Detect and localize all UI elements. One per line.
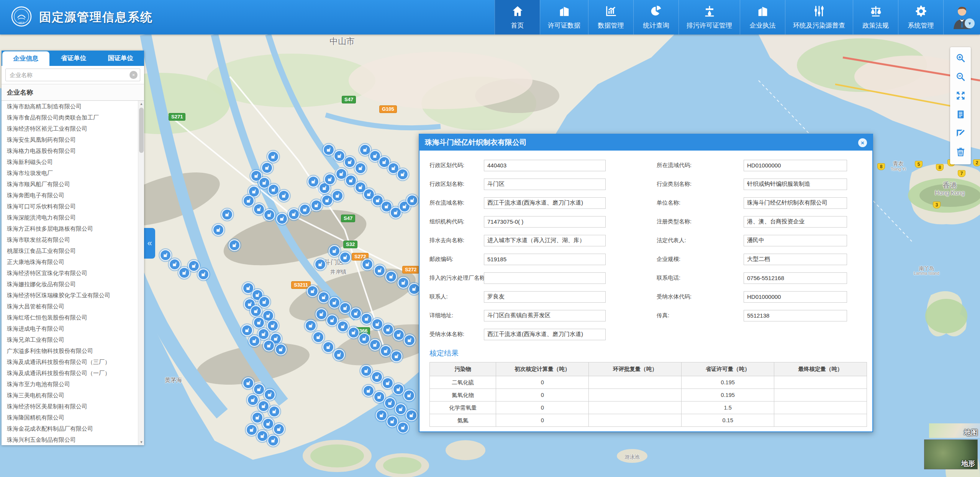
field-input[interactable]: [744, 216, 847, 228]
field-input[interactable]: [484, 272, 606, 284]
enterprise-marker-icon[interactable]: [198, 269, 209, 280]
nav-item-5[interactable]: 排污许可证管理: [678, 0, 740, 34]
enterprise-marker-icon[interactable]: [339, 302, 351, 314]
company-list-item[interactable]: 珠海安生凤凰制药有限公司: [2, 134, 144, 145]
company-list-item[interactable]: 珠海姗拉娜化妆品有限公司: [2, 279, 144, 290]
nav-item-4[interactable]: 统计查询: [633, 0, 678, 34]
enterprise-marker-icon[interactable]: [372, 318, 383, 330]
nav-item-6[interactable]: 企业执法: [740, 0, 785, 34]
enterprise-marker-icon[interactable]: [253, 203, 265, 215]
field-input[interactable]: [744, 179, 847, 190]
enterprise-marker-icon[interactable]: [213, 224, 224, 236]
enterprise-marker-icon[interactable]: [258, 400, 269, 412]
enterprise-marker-icon[interactable]: [188, 260, 200, 272]
company-list-item[interactable]: 珠海经济特区裕元工业有限公司: [2, 123, 144, 134]
field-input[interactable]: [744, 160, 847, 171]
enterprise-marker-icon[interactable]: [376, 410, 387, 421]
enterprise-marker-icon[interactable]: [268, 184, 279, 195]
field-input[interactable]: [484, 197, 606, 209]
field-input[interactable]: [484, 291, 606, 303]
nav-item-9[interactable]: 系统管理: [898, 0, 943, 34]
enterprise-marker-icon[interactable]: [323, 144, 334, 156]
enterprise-marker-icon[interactable]: [313, 331, 324, 343]
tab-1[interactable]: 企业信息: [2, 51, 49, 66]
enterprise-marker-icon[interactable]: [250, 305, 262, 317]
tab-2[interactable]: 省证单位: [50, 51, 97, 66]
company-list-item[interactable]: 珠海进成电子有限公司: [2, 323, 144, 334]
enterprise-marker-icon[interactable]: [323, 341, 334, 353]
enterprise-marker-icon[interactable]: [359, 333, 370, 344]
enterprise-marker-icon[interactable]: [329, 297, 340, 308]
company-list-item[interactable]: 珠海市联发丝花有限公司: [2, 234, 144, 245]
enterprise-marker-icon[interactable]: [355, 162, 366, 174]
enterprise-marker-icon[interactable]: [179, 267, 190, 279]
field-input[interactable]: [484, 329, 606, 340]
enterprise-marker-icon[interactable]: [350, 308, 362, 319]
company-list-item[interactable]: 珠海隆国精机有限公司: [2, 412, 144, 423]
field-input[interactable]: [744, 254, 847, 265]
enterprise-marker-icon[interactable]: [267, 151, 279, 162]
company-list-item[interactable]: 珠海大昌管桩有限公司: [2, 301, 144, 312]
company-list-item[interactable]: 珠海市至力电池有限公司: [2, 379, 144, 390]
expand-button[interactable]: [950, 87, 971, 106]
enterprise-marker-icon[interactable]: [395, 403, 406, 415]
enterprise-marker-icon[interactable]: [252, 412, 263, 423]
company-list-item[interactable]: 珠海三美电机有限公司: [2, 390, 144, 401]
enterprise-marker-icon[interactable]: [253, 317, 265, 328]
company-list-item[interactable]: 珠海经济特区美星制鞋有限公司: [2, 401, 144, 412]
company-list-item[interactable]: 珠海金花成衣配料制品厂有限公司: [2, 423, 144, 434]
enterprise-marker-icon[interactable]: [361, 313, 372, 325]
company-list-item[interactable]: 珠海经济特区宜珠化学有限公司: [2, 267, 144, 279]
scroll-up-icon[interactable]: ▲: [138, 101, 144, 107]
company-list-item[interactable]: 珠海及成通讯科技股份有限公司（一厂）: [2, 367, 144, 379]
enterprise-marker-icon[interactable]: [311, 200, 322, 211]
enterprise-marker-icon[interactable]: [257, 430, 268, 442]
enterprise-marker-icon[interactable]: [398, 277, 409, 288]
enterprise-marker-icon[interactable]: [380, 345, 392, 357]
nav-item-1[interactable]: 首页: [495, 0, 540, 34]
enterprise-marker-icon[interactable]: [247, 394, 259, 406]
company-list-item[interactable]: 珠海红塔仁恒包装股份有限公司: [2, 312, 144, 323]
enterprise-marker-icon[interactable]: [275, 344, 287, 355]
tab-3[interactable]: 国证单位: [97, 51, 144, 66]
nav-item-3[interactable]: 数据管理: [588, 0, 633, 34]
enterprise-marker-icon[interactable]: [404, 334, 415, 346]
list-scrollbar[interactable]: ▲ ▼: [138, 101, 144, 445]
company-list-item[interactable]: 正大康地珠海有限公司: [2, 256, 144, 267]
enterprise-marker-icon[interactable]: [262, 418, 274, 429]
enterprise-marker-icon[interactable]: [374, 265, 385, 276]
enterprise-marker-icon[interactable]: [371, 371, 383, 383]
enterprise-marker-icon[interactable]: [278, 190, 290, 202]
enterprise-marker-icon[interactable]: [246, 424, 257, 436]
field-input[interactable]: [744, 235, 847, 246]
enterprise-marker-icon[interactable]: [221, 209, 233, 220]
enterprise-marker-icon[interactable]: [315, 259, 326, 270]
company-list-item[interactable]: 珠海市食品有限公司肉类联合加工厂: [2, 112, 144, 123]
enterprise-marker-icon[interactable]: [337, 321, 349, 332]
trash-button[interactable]: [950, 143, 971, 162]
scroll-down-icon[interactable]: ▼: [138, 439, 144, 445]
user-avatar[interactable]: ▼: [943, 0, 980, 34]
enterprise-marker-icon[interactable]: [243, 195, 254, 207]
enterprise-marker-icon[interactable]: [333, 349, 345, 361]
sidebar-collapse-button[interactable]: «: [144, 228, 155, 259]
list-button[interactable]: [950, 106, 971, 125]
enterprise-marker-icon[interactable]: [408, 283, 420, 295]
enterprise-marker-icon[interactable]: [382, 377, 393, 389]
zoom-out-button[interactable]: [950, 68, 971, 87]
enterprise-marker-icon[interactable]: [269, 406, 280, 417]
enterprise-marker-icon[interactable]: [332, 190, 343, 202]
field-input[interactable]: [484, 235, 606, 246]
nav-item-8[interactable]: 政策法规: [853, 0, 898, 34]
company-list-item[interactable]: 珠海格力电器股份有限公司: [2, 145, 144, 156]
enterprise-marker-icon[interactable]: [305, 320, 316, 331]
enterprise-marker-icon[interactable]: [316, 308, 327, 320]
basemap-map-thumb[interactable]: 地图: [929, 423, 980, 438]
close-icon[interactable]: ×: [858, 138, 867, 147]
enterprise-marker-icon[interactable]: [387, 416, 398, 427]
enterprise-marker-icon[interactable]: [374, 391, 385, 403]
nav-item-7[interactable]: 环统及污染源普查: [785, 0, 853, 34]
enterprise-marker-icon[interactable]: [403, 390, 415, 401]
enterprise-marker-icon[interactable]: [393, 384, 404, 395]
zoom-in-button[interactable]: [950, 49, 971, 68]
